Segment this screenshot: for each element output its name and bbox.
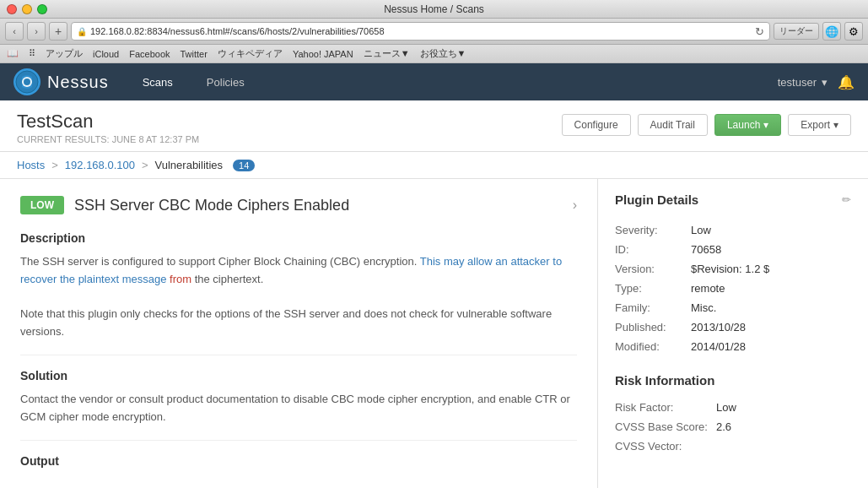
vuln-count-badge: 14 <box>233 160 255 171</box>
breadcrumb-hosts[interactable]: Hosts <box>17 159 45 171</box>
bookmarks-bar: 📖 ⠿ アップル iCloud Facebook Twitter ウィキペディア… <box>0 45 868 63</box>
main-content: LOW SSH Server CBC Mode Ciphers Enabled … <box>0 179 868 488</box>
notifications-icon[interactable]: 🔔 <box>838 74 855 90</box>
vuln-header: LOW SSH Server CBC Mode Ciphers Enabled … <box>20 196 577 214</box>
plugin-details-header: Plugin Details ✏ <box>615 192 851 207</box>
scan-header: TestScan CURRENT RESULTS: JUNE 8 AT 12:3… <box>0 100 868 152</box>
bookmark-news[interactable]: ニュース▼ <box>364 47 410 60</box>
logo: Nessus <box>13 68 109 95</box>
browser-toolbar: ‹ › + 🔒 192.168.0.82:8834/nessus6.html#/… <box>0 19 868 45</box>
main-nav: Nessus Scans Policies testuser ▾ 🔔 <box>0 63 868 100</box>
launch-dropdown-icon: ▾ <box>763 119 768 131</box>
desc-note: Note that this plugin only checks for th… <box>20 307 552 338</box>
export-label: Export <box>801 119 830 131</box>
bookmark-wikipedia[interactable]: ウィキペディア <box>218 47 283 60</box>
breadcrumb-sep-2: > <box>142 159 148 171</box>
detail-label: ID: <box>615 240 691 259</box>
reader-button[interactable]: リーダー <box>774 23 819 40</box>
detail-label: Version: <box>615 259 691 279</box>
scan-subtitle: CURRENT RESULTS: JUNE 8 AT 12:37 PM <box>17 134 199 144</box>
window-title: Nessus Home / Scans <box>384 3 484 15</box>
description-title: Description <box>20 231 577 245</box>
bookmark-icloud[interactable]: iCloud <box>93 49 119 59</box>
back-button[interactable]: ‹ <box>5 22 24 41</box>
detail-label: Type: <box>615 279 691 298</box>
bookmark-facebook[interactable]: Facebook <box>129 49 170 59</box>
solution-title: Solution <box>20 369 577 382</box>
plugin-details-panel: Plugin Details ✏ Severity:LowID:70658Ver… <box>598 179 868 488</box>
breadcrumb-host-ip[interactable]: 192.168.0.100 <box>65 159 135 171</box>
vuln-title: SSH Server CBC Mode Ciphers Enabled <box>74 197 349 214</box>
plugin-detail-row: Severity:Low <box>615 220 851 240</box>
extension-button-1[interactable]: 🌐 <box>822 22 841 41</box>
plugin-detail-row: Type:remote <box>615 279 851 298</box>
detail-value: $Revision: 1.2 $ <box>691 259 851 279</box>
svg-point-2 <box>24 79 30 85</box>
configure-button[interactable]: Configure <box>562 114 631 136</box>
plugin-detail-row: Published:2013/10/28 <box>615 317 851 337</box>
detail-value: 2014/01/28 <box>691 337 851 356</box>
plugin-detail-row: Version:$Revision: 1.2 $ <box>615 259 851 279</box>
plugin-details-title: Plugin Details <box>615 192 698 207</box>
close-button[interactable] <box>7 4 17 14</box>
user-menu[interactable]: testuser ▾ <box>778 76 828 89</box>
desc-link-2: from <box>170 273 191 285</box>
audit-trail-button[interactable]: Audit Trail <box>638 114 708 136</box>
risk-value: Low <box>716 398 851 417</box>
risk-value: 2.6 <box>716 417 851 436</box>
username-label: testuser <box>778 76 817 89</box>
plugin-details-table: Severity:LowID:70658Version:$Revision: 1… <box>615 220 851 356</box>
bookmark-appuru[interactable]: アップル <box>46 47 83 60</box>
bookmark-yahoo[interactable]: Yahoo! JAPAN <box>293 49 353 59</box>
logo-text: Nessus <box>47 73 109 92</box>
nav-links: Scans Policies <box>143 76 245 89</box>
breadcrumb-sep-1: > <box>51 159 58 171</box>
maximize-button[interactable] <box>37 4 47 14</box>
export-button[interactable]: Export ▾ <box>788 114 851 136</box>
launch-label: Launch <box>727 119 760 131</box>
titlebar: Nessus Home / Scans <box>0 0 868 19</box>
nav-policies[interactable]: Policies <box>207 76 245 89</box>
user-dropdown-icon: ▾ <box>822 76 828 89</box>
divider-1 <box>20 355 577 355</box>
nav-scans[interactable]: Scans <box>143 76 173 89</box>
detail-label: Modified: <box>615 337 691 356</box>
risk-label: CVSS Base Score: <box>615 417 716 436</box>
bookmark-twitter[interactable]: Twitter <box>181 49 208 59</box>
divider-2 <box>20 440 577 441</box>
nav-right: testuser ▾ 🔔 <box>778 74 855 90</box>
detail-label: Published: <box>615 317 691 337</box>
minimize-button[interactable] <box>22 4 32 14</box>
scan-title: TestScan <box>17 111 199 133</box>
description-section: Description The SSH server is configured… <box>20 231 577 341</box>
window-controls[interactable] <box>7 4 47 14</box>
new-tab-button[interactable]: + <box>49 22 67 41</box>
detail-label: Severity: <box>615 220 691 240</box>
detail-value: 70658 <box>691 240 851 259</box>
bookmark-apps[interactable]: ⠿ <box>29 48 35 59</box>
breadcrumb-vulnerabilities: Vulnerabilities <box>155 159 223 171</box>
risk-label: Risk Factor: <box>615 398 716 417</box>
logo-icon <box>13 68 40 95</box>
desc-text-2: the ciphertext. <box>191 273 263 285</box>
bookmark-applebook[interactable]: 📖 <box>7 48 19 59</box>
risk-table: Risk Factor:LowCVSS Base Score:2.6CVSS V… <box>615 398 851 456</box>
desc-text-1: The SSH server is configured to support … <box>20 255 420 268</box>
scan-actions: Configure Audit Trail Launch ▾ Export ▾ <box>562 114 851 136</box>
url-bar[interactable]: 🔒 192.168.0.82:8834/nessus6.html#/scans/… <box>71 22 770 41</box>
forward-button[interactable]: › <box>27 22 46 41</box>
bookmark-oyakudachi[interactable]: お役立ち▼ <box>420 47 466 60</box>
export-dropdown-icon: ▾ <box>833 119 838 131</box>
solution-body: Contact the vendor or consult product do… <box>20 391 577 426</box>
detail-label: Family: <box>615 298 691 317</box>
edit-icon[interactable]: ✏ <box>842 193 851 206</box>
extension-button-2[interactable]: ⚙ <box>844 22 863 41</box>
url-text: 192.168.0.82:8834/nessus6.html#/scans/6/… <box>90 26 752 36</box>
plugin-detail-row: Modified:2014/01/28 <box>615 337 851 356</box>
launch-button[interactable]: Launch ▾ <box>714 114 781 136</box>
output-title: Output <box>20 454 577 468</box>
detail-value: Low <box>691 220 851 240</box>
solution-section: Solution Contact the vendor or consult p… <box>20 369 577 426</box>
risk-detail-row: CVSS Base Score:2.6 <box>615 417 851 436</box>
next-vuln-icon[interactable]: › <box>573 198 577 213</box>
